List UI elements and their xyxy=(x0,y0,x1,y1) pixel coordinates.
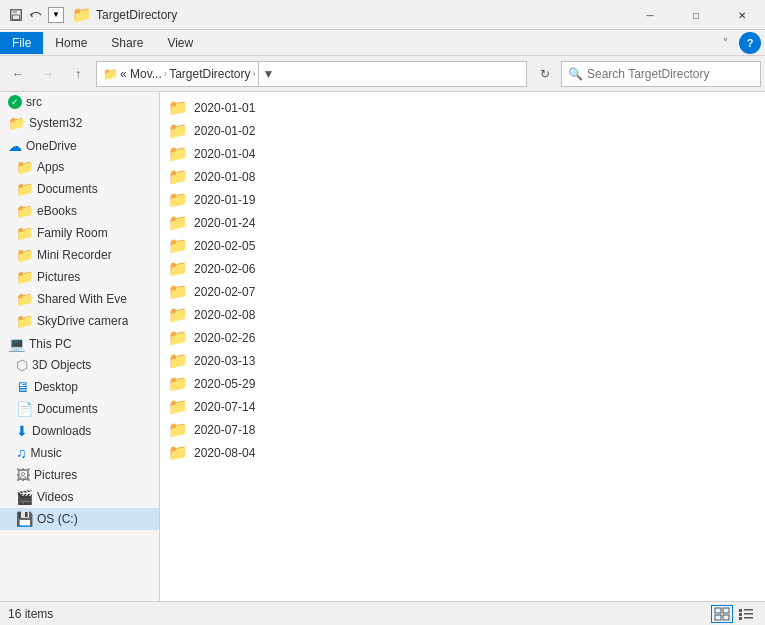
folder-name: 2020-03-13 xyxy=(194,354,255,368)
sidebar-thispc-header[interactable]: 💻 This PC xyxy=(0,332,159,354)
file-item[interactable]: 📁2020-07-18 xyxy=(160,418,765,441)
sidebar-item-documents2[interactable]: 📄 Documents xyxy=(0,398,159,420)
sidebar-label-downloads: Downloads xyxy=(32,424,91,438)
sidebar-item-desktop[interactable]: 🖥 Desktop xyxy=(0,376,159,398)
maximize-button[interactable]: □ xyxy=(673,0,719,30)
menu-file[interactable]: File xyxy=(0,32,43,54)
sidebar-item-apps[interactable]: 📁 Apps xyxy=(0,156,159,178)
sidebar: ✓ src 📁 System32 ☁ OneDrive 📁 Apps 📁 Doc… xyxy=(0,92,160,601)
sidebar-item-mini-recorder[interactable]: 📁 Mini Recorder xyxy=(0,244,159,266)
folder-icon: 📁 xyxy=(168,282,188,301)
folder-icon: 📁 xyxy=(16,313,33,329)
refresh-button[interactable]: ↻ xyxy=(531,60,559,88)
save-icon[interactable] xyxy=(8,7,24,23)
menu-bar-right: ˅ ? xyxy=(713,32,765,54)
file-item[interactable]: 📁2020-01-02 xyxy=(160,119,765,142)
address-dropdown-btn[interactable]: ▼ xyxy=(258,61,278,87)
sidebar-item-documents[interactable]: 📁 Documents xyxy=(0,178,159,200)
folder-icon: 📁 xyxy=(168,213,188,232)
file-item[interactable]: 📁2020-01-04 xyxy=(160,142,765,165)
status-bar: 16 items xyxy=(0,601,765,625)
sidebar-item-downloads[interactable]: ⬇ Downloads xyxy=(0,420,159,442)
sidebar-label-pictures: Pictures xyxy=(37,270,80,284)
close-button[interactable]: ✕ xyxy=(719,0,765,30)
back-button[interactable]: ← xyxy=(4,60,32,88)
ribbon-toggle[interactable]: ˅ xyxy=(713,33,737,53)
menu-home[interactable]: Home xyxy=(43,32,99,54)
sidebar-label-thispc: This PC xyxy=(29,337,72,351)
svg-rect-12 xyxy=(744,617,753,619)
file-item[interactable]: 📁2020-01-24 xyxy=(160,211,765,234)
undo-icon[interactable] xyxy=(28,7,44,23)
view-list-button[interactable] xyxy=(735,605,757,623)
file-item[interactable]: 📁2020-02-06 xyxy=(160,257,765,280)
search-input[interactable] xyxy=(587,67,754,81)
address-chevron-2: › xyxy=(253,68,256,79)
menu-view[interactable]: View xyxy=(155,32,205,54)
folder-name: 2020-02-06 xyxy=(194,262,255,276)
svg-rect-1 xyxy=(13,9,17,13)
sidebar-item-system32[interactable]: 📁 System32 xyxy=(0,112,159,134)
folder-icon: 📁 xyxy=(168,305,188,324)
file-item[interactable]: 📁2020-02-26 xyxy=(160,326,765,349)
sidebar-item-src[interactable]: ✓ src xyxy=(0,92,159,112)
svg-rect-10 xyxy=(744,613,753,615)
file-item[interactable]: 📁2020-05-29 xyxy=(160,372,765,395)
music-icon: ♫ xyxy=(16,445,27,461)
file-item[interactable]: 📁2020-02-08 xyxy=(160,303,765,326)
sidebar-label-system32: System32 xyxy=(29,116,82,130)
drive-icon: 💾 xyxy=(16,511,33,527)
sidebar-item-family-room[interactable]: 📁 Family Room xyxy=(0,222,159,244)
desktop-icon: 🖥 xyxy=(16,379,30,395)
sidebar-item-music[interactable]: ♫ Music xyxy=(0,442,159,464)
menu-share[interactable]: Share xyxy=(99,32,155,54)
svg-rect-8 xyxy=(744,609,753,611)
folder-name: 2020-05-29 xyxy=(194,377,255,391)
folder-name: 2020-01-04 xyxy=(194,147,255,161)
sidebar-item-osc[interactable]: 💾 OS (C:) xyxy=(0,508,159,530)
file-item[interactable]: 📁2020-01-01 xyxy=(160,96,765,119)
forward-button[interactable]: → xyxy=(34,60,62,88)
search-bar[interactable]: 🔍 xyxy=(561,61,761,87)
src-icon: ✓ xyxy=(8,95,22,109)
sidebar-label-music: Music xyxy=(31,446,62,460)
sidebar-label-family-room: Family Room xyxy=(37,226,108,240)
folder-icon: 📁 xyxy=(8,115,25,131)
toolbar: ← → ↑ 📁 « Mov... › TargetDirectory › ▼ ↻… xyxy=(0,56,765,92)
file-item[interactable]: 📁2020-01-08 xyxy=(160,165,765,188)
view-large-icons-button[interactable] xyxy=(711,605,733,623)
folder-icon: 📁 xyxy=(168,374,188,393)
folder-name: 2020-02-05 xyxy=(194,239,255,253)
sidebar-label-shared-with-eve: Shared With Eve xyxy=(37,292,127,306)
folder-icon: 📁 xyxy=(168,98,188,117)
address-bar[interactable]: 📁 « Mov... › TargetDirectory › ▼ xyxy=(96,61,527,87)
file-item[interactable]: 📁2020-03-13 xyxy=(160,349,765,372)
sidebar-item-skydrive-camera[interactable]: 📁 SkyDrive camera xyxy=(0,310,159,332)
file-item[interactable]: 📁2020-08-04 xyxy=(160,441,765,464)
folder-name: 2020-01-24 xyxy=(194,216,255,230)
folder-icon: 📁 xyxy=(168,167,188,186)
sidebar-item-3d-objects[interactable]: ⬡ 3D Objects xyxy=(0,354,159,376)
file-item[interactable]: 📁2020-07-14 xyxy=(160,395,765,418)
svg-rect-2 xyxy=(13,15,20,19)
sidebar-label-apps: Apps xyxy=(37,160,64,174)
sidebar-onedrive-header[interactable]: ☁ OneDrive xyxy=(0,134,159,156)
file-item[interactable]: 📁2020-02-05 xyxy=(160,234,765,257)
sidebar-item-shared-with-eve[interactable]: 📁 Shared With Eve xyxy=(0,288,159,310)
address-part-parent: 📁 « Mov... xyxy=(103,67,162,81)
up-button[interactable]: ↑ xyxy=(64,60,92,88)
folder-icon: 📁 xyxy=(16,291,33,307)
quick-access-dropdown[interactable]: ▼ xyxy=(48,7,64,23)
file-item[interactable]: 📁2020-01-19 xyxy=(160,188,765,211)
sidebar-item-pictures[interactable]: 📁 Pictures xyxy=(0,266,159,288)
videos-icon: 🎬 xyxy=(16,489,33,505)
file-item[interactable]: 📁2020-02-07 xyxy=(160,280,765,303)
folder-icon: 📁 xyxy=(168,420,188,439)
help-button[interactable]: ? xyxy=(739,32,761,54)
downloads-icon: ⬇ xyxy=(16,423,28,439)
sidebar-item-ebooks[interactable]: 📁 eBooks xyxy=(0,200,159,222)
sidebar-item-pictures2[interactable]: 🖼 Pictures xyxy=(0,464,159,486)
main-area: ✓ src 📁 System32 ☁ OneDrive 📁 Apps 📁 Doc… xyxy=(0,92,765,601)
sidebar-item-videos[interactable]: 🎬 Videos xyxy=(0,486,159,508)
minimize-button[interactable]: ─ xyxy=(627,0,673,30)
